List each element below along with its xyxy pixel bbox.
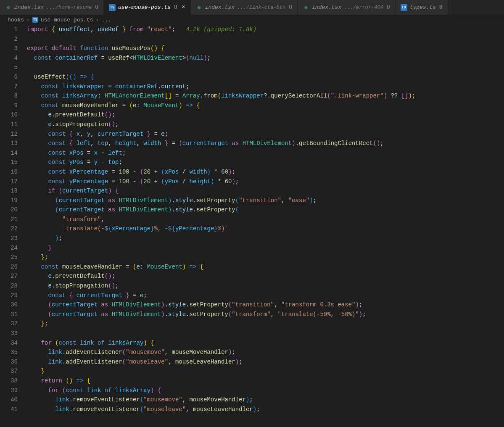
tab-filename: index.tsx [205,4,235,11]
code-line[interactable]: const linksArray: HTMLAnchorElement[] = … [27,91,504,101]
line-number: 35 [0,348,18,357]
code-line[interactable]: const linksWrapper = containerRef.curren… [27,82,504,92]
code-line[interactable]: }; [27,253,504,262]
line-number: 22 [0,224,18,234]
code-line[interactable]: import { useEffect, useRef } from "react… [27,25,504,34]
breadcrumb-segment[interactable]: ... [101,17,111,23]
react-icon: ⚛ [303,4,309,11]
close-icon[interactable]: × [182,4,185,11]
line-number: 29 [0,291,18,300]
code-line[interactable]: const { x, y, currentTarget } = e; [27,129,504,139]
tab-index-link-cta-btn[interactable]: ⚛ index.tsx .../link-cta-btn U [191,0,298,15]
code-area[interactable]: import { useEffect, useRef } from "react… [27,25,504,414]
tab-types[interactable]: TS types.ts U [396,0,448,15]
editor-pane[interactable]: 1234567891011121314151617181920212223242… [0,25,504,414]
code-line[interactable]: const containerRef = useRef<HTMLDivEleme… [27,53,504,63]
code-line[interactable]: return () => { [27,376,504,386]
code-line[interactable]: (currentTarget as HTMLDivElement).style.… [27,300,504,310]
code-line[interactable]: (currentTarget as HTMLDivElement).style.… [27,310,504,319]
line-number: 17 [0,177,18,187]
tab-index-home-resume[interactable]: ⚛ index.tsx .../home-resume U [0,0,104,15]
code-line[interactable]: } [27,243,504,253]
code-line[interactable]: (currentTarget as HTMLDivElement).style.… [27,196,504,206]
react-icon: ⚛ [5,4,12,11]
code-line[interactable]: }; [27,319,504,329]
code-line[interactable]: const xPercentage = 100 - (20 + (xPos / … [27,167,504,177]
code-line[interactable]: if (currentTarget) { [27,186,504,196]
line-number: 8 [0,91,18,101]
line-number: 9 [0,101,18,111]
code-line[interactable] [27,34,504,44]
code-line[interactable]: link.addEventListener("mouseleave", mous… [27,357,504,367]
tab-path: .../error-404 [344,5,383,11]
import-cost-hint: 4.2k (gzipped: 1.8k) [186,26,256,33]
chevron-right-icon: › [96,17,99,23]
line-number: 6 [0,72,18,82]
tab-filename: use-mouse-pos.ts [118,4,171,11]
tab-path: .../link-cta-btn [237,5,285,11]
code-line[interactable]: const mouseLeaveHandler = (e: MouseEvent… [27,262,504,272]
code-line[interactable]: export default function useMousePos() { [27,44,504,53]
line-number: 14 [0,148,18,158]
line-number: 11 [0,120,18,129]
tabs-bar: ⚛ index.tsx .../home-resume U TS use-mou… [0,0,504,15]
code-line[interactable]: const xPos = x - left; [27,148,504,158]
tab-filename: index.tsx [312,4,341,11]
code-line[interactable]: const yPercentage = 100 - (20 + (yPos / … [27,177,504,187]
breadcrumb[interactable]: hooks › TS use-mouse-pos.ts › ... [0,15,504,25]
code-line[interactable]: (currentTarget as HTMLDivElement).style.… [27,205,504,215]
tab-status: U [95,4,98,11]
code-line[interactable]: `translate(-${xPercentage}%, -${yPercent… [27,224,504,234]
code-line[interactable]: "transform", [27,215,504,224]
chevron-right-icon: › [26,17,30,23]
code-line[interactable]: for (const link of linksArray) { [27,338,504,348]
line-number: 34 [0,338,18,348]
line-number: 41 [0,405,18,414]
code-line[interactable]: const { currentTarget } = e; [27,291,504,300]
code-line[interactable]: e.preventDefault(); [27,271,504,281]
code-line[interactable]: e.stopPropagation(); [27,120,504,129]
line-number: 31 [0,310,18,319]
line-number: 13 [0,139,18,148]
code-line[interactable]: const yPos = y - top; [27,158,504,167]
line-number: 18 [0,186,18,196]
line-number: 38 [0,376,18,386]
code-line[interactable]: link.removeEventListener("mouseleave", m… [27,405,504,414]
line-number: 25 [0,253,18,262]
code-line[interactable]: ); [27,234,504,243]
line-number: 3 [0,44,18,53]
line-number: 10 [0,110,18,120]
code-line[interactable]: link.removeEventListener("mousemove", mo… [27,395,504,405]
tab-index-error-404[interactable]: ⚛ index.tsx .../error-404 U [298,0,396,15]
line-number: 19 [0,196,18,206]
code-line[interactable] [27,63,504,72]
tab-status: U [174,4,177,11]
ts-icon: TS [401,4,407,11]
line-number: 5 [0,63,18,72]
ts-icon: TS [32,17,38,23]
code-line[interactable]: e.preventDefault(); [27,110,504,120]
line-number: 36 [0,357,18,367]
code-line[interactable] [27,329,504,338]
line-number: 24 [0,243,18,253]
code-line[interactable]: const mouseMoveHandler = (e: MouseEvent)… [27,101,504,111]
line-number: 15 [0,158,18,167]
line-number: 28 [0,281,18,291]
line-number: 32 [0,319,18,329]
breadcrumb-segment[interactable]: use-mouse-pos.ts [41,17,93,23]
tab-filename: types.ts [410,4,436,11]
line-number: 16 [0,167,18,177]
line-number: 21 [0,215,18,224]
code-line[interactable]: for (const link of linksArray) { [27,386,504,395]
code-line[interactable]: const { left, top, height, width } = (cu… [27,139,504,148]
line-number: 30 [0,300,18,310]
code-line[interactable]: useEffect(() => { [27,72,504,82]
tab-use-mouse-pos[interactable]: TS use-mouse-pos.ts U × [104,0,191,15]
code-line[interactable]: } [27,366,504,376]
code-line[interactable]: e.stopPropagation(); [27,281,504,291]
line-number: 26 [0,262,18,272]
code-line[interactable]: link.addEventListener("mousemove", mouse… [27,348,504,357]
line-number: 7 [0,82,18,92]
line-number: 40 [0,395,18,405]
breadcrumb-segment[interactable]: hooks [8,17,24,23]
